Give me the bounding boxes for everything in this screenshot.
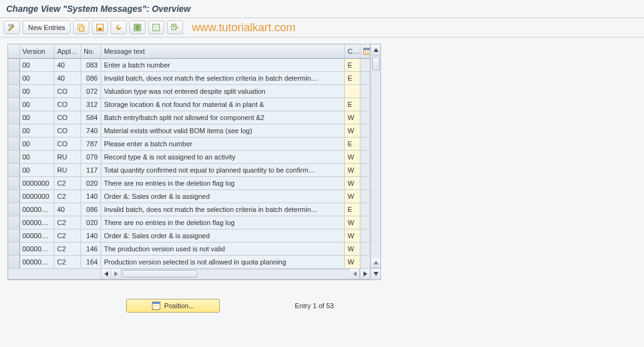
copy-button[interactable] — [73, 21, 89, 34]
cell-appl[interactable]: C2 — [54, 216, 81, 229]
hscroll-track[interactable] — [121, 269, 350, 278]
table-row[interactable]: 00CO312Storage location & not found for … — [8, 98, 370, 111]
row-selector[interactable] — [8, 163, 19, 176]
cell-appl[interactable]: CO — [54, 124, 81, 137]
hscroll-step-left-button[interactable] — [111, 269, 121, 279]
cell-message[interactable]: Total quantity confirmed not equal to pl… — [101, 163, 345, 176]
cell-version[interactable]: 000000… — [19, 242, 54, 255]
hscroll-left-button[interactable] — [101, 269, 111, 279]
cell-appl[interactable]: CO — [54, 84, 81, 98]
cell-cat[interactable]: W — [345, 111, 360, 124]
cell-cat[interactable] — [345, 84, 360, 98]
row-selector[interactable] — [8, 124, 19, 137]
row-selector[interactable] — [8, 137, 19, 150]
row-selector[interactable] — [8, 71, 19, 84]
cell-appl[interactable]: 40 — [54, 58, 81, 71]
hscroll-thumb[interactable] — [122, 270, 197, 278]
cell-cat[interactable]: W — [345, 229, 360, 242]
cell-appl[interactable]: 40 — [54, 71, 81, 84]
table-row[interactable]: 00CO072Valuation type was not entered de… — [8, 84, 370, 98]
cell-appl[interactable]: RU — [54, 150, 81, 163]
table-row[interactable]: 00CO787Please enter a batch numberE — [8, 137, 370, 150]
table-row[interactable]: 000000…C2140Order &: Sales order & is as… — [8, 229, 370, 242]
cell-cat[interactable]: E — [345, 203, 360, 216]
vscroll-thumb[interactable] — [372, 57, 380, 71]
vertical-scrollbar[interactable] — [370, 44, 380, 279]
cell-cat[interactable]: W — [345, 150, 360, 163]
cell-version[interactable]: 0000000 — [19, 176, 54, 189]
cell-no[interactable]: 146 — [81, 242, 101, 255]
row-selector[interactable] — [8, 229, 19, 242]
cell-appl[interactable]: RU — [54, 163, 81, 176]
col-header-no[interactable]: No. — [81, 44, 101, 58]
cell-no[interactable]: 140 — [81, 229, 101, 242]
cell-version[interactable]: 00 — [19, 163, 54, 176]
cell-cat[interactable]: W — [345, 163, 360, 176]
cell-cat[interactable]: E — [345, 98, 360, 111]
cell-cat[interactable]: W — [345, 242, 360, 255]
toggle-edit-button[interactable] — [4, 21, 20, 34]
save-button[interactable] — [92, 21, 108, 34]
cell-no[interactable]: 787 — [81, 137, 101, 150]
cell-version[interactable]: 00 — [19, 111, 54, 124]
cell-message[interactable]: Batch entry/batch split not allowed for … — [101, 111, 345, 124]
row-selector[interactable] — [8, 98, 19, 111]
cell-no[interactable]: 020 — [81, 216, 101, 229]
cell-message[interactable]: There are no entries in the deletion fla… — [101, 176, 345, 189]
cell-cat[interactable]: W — [345, 189, 360, 203]
cell-message[interactable]: The production version used is not valid — [101, 242, 345, 255]
cell-version[interactable]: 0000000 — [19, 189, 54, 203]
cell-appl[interactable]: C2 — [54, 255, 81, 268]
cell-appl[interactable]: C2 — [54, 176, 81, 189]
col-header-select[interactable] — [8, 44, 19, 58]
cell-message[interactable]: Valuation type was not entered despite s… — [101, 84, 345, 98]
vscroll-track[interactable] — [371, 72, 380, 258]
table-row[interactable]: 000000…C2020There are no entries in the … — [8, 216, 370, 229]
row-selector[interactable] — [8, 111, 19, 124]
new-entries-button[interactable]: New Entries — [22, 21, 71, 34]
cell-no[interactable]: 584 — [81, 111, 101, 124]
cell-cat[interactable]: W — [345, 255, 360, 268]
col-header-appl[interactable]: Appl.A. — [54, 44, 81, 58]
row-selector[interactable] — [8, 255, 19, 268]
cell-message[interactable]: Storage location & not found for materia… — [101, 98, 345, 111]
select-all-button[interactable] — [129, 21, 146, 34]
row-selector[interactable] — [8, 203, 19, 216]
cell-version[interactable]: 00 — [19, 137, 54, 150]
cell-message[interactable]: Material exists without valid BOM items … — [101, 124, 345, 137]
cell-no[interactable]: 086 — [81, 203, 101, 216]
cell-version[interactable]: 000000… — [19, 216, 54, 229]
cell-message[interactable]: Record type & is not assigned to an acti… — [101, 150, 345, 163]
horizontal-scrollbar[interactable] — [101, 269, 370, 279]
table-row[interactable]: 0040086Invalid batch, does not match the… — [8, 71, 370, 84]
table-row[interactable]: 000000…40086Invalid batch, does not matc… — [8, 203, 370, 216]
cell-appl[interactable]: C2 — [54, 242, 81, 255]
table-row[interactable]: 0000000C2140Order &: Sales order & is as… — [8, 189, 370, 203]
position-button[interactable]: Position... — [126, 299, 220, 313]
cell-appl[interactable]: CO — [54, 137, 81, 150]
cell-version[interactable]: 00 — [19, 58, 54, 71]
cell-no[interactable]: 086 — [81, 71, 101, 84]
cell-version[interactable]: 00 — [19, 150, 54, 163]
table-row[interactable]: 00CO740Material exists without valid BOM… — [8, 124, 370, 137]
col-header-message[interactable]: Message text — [101, 44, 345, 58]
row-selector[interactable] — [8, 242, 19, 255]
undo-button[interactable] — [111, 21, 127, 34]
cell-message[interactable]: Order &: Sales order & is assigned — [101, 229, 345, 242]
table-row[interactable]: 0000000C2020There are no entries in the … — [8, 176, 370, 189]
deselect-all-button[interactable] — [148, 21, 164, 34]
table-row[interactable]: 00RU117Total quantity confirmed not equa… — [8, 163, 370, 176]
cell-appl[interactable]: C2 — [54, 229, 81, 242]
cell-appl[interactable]: 40 — [54, 203, 81, 216]
row-selector[interactable] — [8, 84, 19, 98]
cell-appl[interactable]: C2 — [54, 189, 81, 203]
row-selector[interactable] — [8, 216, 19, 229]
cell-message[interactable]: Order &: Sales order & is assigned — [101, 189, 345, 203]
cell-version[interactable]: 00 — [19, 84, 54, 98]
row-selector[interactable] — [8, 176, 19, 189]
cell-message[interactable]: Production version selected is not allow… — [101, 255, 345, 268]
cell-no[interactable]: 117 — [81, 163, 101, 176]
cell-message[interactable]: Enter a batch number — [101, 58, 345, 71]
table-row[interactable]: 0040083Enter a batch numberE — [8, 58, 370, 71]
cell-version[interactable]: 00 — [19, 71, 54, 84]
